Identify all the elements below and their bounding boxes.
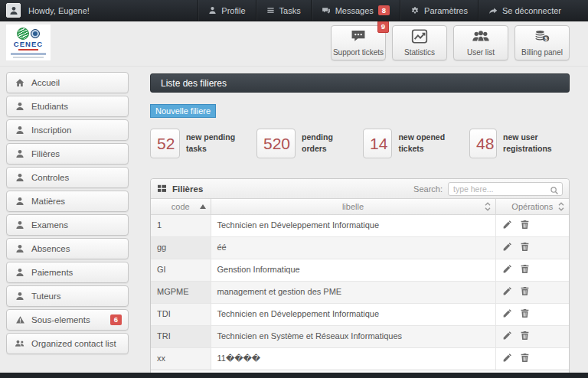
nav-item-messages[interactable]: Messages 8 <box>311 0 400 21</box>
cell-code: GI <box>151 259 211 281</box>
column-header-code[interactable]: code <box>151 199 211 214</box>
sidebar-item-organized-contact-list[interactable]: Organized contact list <box>6 333 129 354</box>
table-row: 1 Technicien en Déveleppement Informatiq… <box>151 214 569 236</box>
shortcut-label: Billing panel <box>521 48 563 57</box>
sidebar-item-sous-elements[interactable]: Sous-elements 6 <box>6 309 129 331</box>
chat-icon <box>322 6 331 15</box>
sidebar-item-absences[interactable]: Absences <box>6 238 129 259</box>
sidebar-item-label: Matières <box>31 197 65 206</box>
nav-item-profile[interactable]: Profile <box>198 0 255 21</box>
cell-code: MGPME <box>151 281 211 303</box>
nav-item-tasks[interactable]: Tasks <box>256 0 311 21</box>
sidebar-item-label: Paiements <box>31 268 73 277</box>
edit-button[interactable] <box>502 308 512 318</box>
edit-button[interactable] <box>502 286 512 296</box>
stat-label: new user registrations <box>503 129 570 158</box>
sidebar-item-inscription[interactable]: Inscription <box>6 119 129 141</box>
stat-new-pending-tasks: 52 new pending tasks <box>150 129 250 158</box>
nav-item-param-tres[interactable]: Paramètres <box>400 0 478 21</box>
logo-caption-line <box>11 53 46 55</box>
subheader: CENEC 9 Support tickets <box>0 21 588 67</box>
nav-item-se-d-connecter[interactable]: Se déconnecter <box>478 0 571 21</box>
warning-icon <box>15 315 25 324</box>
user-icon <box>15 102 24 111</box>
column-header-operations[interactable]: Opérations <box>495 199 569 214</box>
sidebar-item-controles[interactable]: Controles <box>6 167 129 188</box>
sort-both-icon <box>558 202 564 211</box>
sidebar-item-accueil[interactable]: Accueil <box>6 72 129 93</box>
table-row: xx 11���� <box>151 347 569 370</box>
avatar[interactable] <box>6 3 21 18</box>
delete-button[interactable] <box>520 242 530 252</box>
leaf-logo-icon <box>17 28 29 40</box>
user-icon <box>15 125 24 135</box>
edit-button[interactable] <box>502 220 512 230</box>
panel-title: Filières <box>172 184 203 194</box>
user-icon <box>15 244 24 253</box>
delete-button[interactable] <box>520 264 530 274</box>
table-row: gg éé <box>151 236 569 259</box>
shortcut-user-list[interactable]: User list <box>453 25 508 60</box>
sidebar-item-examens[interactable]: Examens <box>6 214 129 236</box>
table-body: 1 Technicien en Déveleppement Informatiq… <box>151 214 569 370</box>
edit-button[interactable] <box>502 264 512 274</box>
shortcut-statistics[interactable]: Statistics <box>392 25 447 60</box>
cell-code: TRI <box>151 325 211 347</box>
sidebar-item-mati-res[interactable]: Matières <box>6 191 129 212</box>
sidebar-item-fili-res[interactable]: Filières <box>6 143 129 165</box>
cell-operations <box>495 281 569 303</box>
gear-icon <box>410 6 420 15</box>
shortcut-label: Statistics <box>404 48 435 57</box>
sidebar-item-label: Organized contact list <box>31 339 116 348</box>
filieres-panel: Filières Search: code <box>150 178 570 378</box>
delete-button[interactable] <box>520 331 530 341</box>
logo-text: CENEC <box>8 41 48 48</box>
nav-item-label: Profile <box>221 6 245 15</box>
delete-button[interactable] <box>520 286 530 296</box>
new-filiere-button[interactable]: Nouvelle filiere <box>150 104 216 118</box>
trash-icon <box>520 286 530 296</box>
shortcut-billing-panel[interactable]: $ Billing panel <box>514 25 570 60</box>
stat-value: 52 <box>150 129 180 158</box>
sidebar-item-etudiants[interactable]: Etudiants <box>6 96 129 117</box>
cell-operations <box>495 347 569 370</box>
edit-button[interactable] <box>502 331 512 341</box>
footer-bar <box>0 373 588 378</box>
cell-libelle: éé <box>211 236 495 259</box>
edit-button[interactable] <box>502 242 512 252</box>
panel-header: Filières Search: <box>151 179 569 199</box>
user-icon <box>15 149 24 158</box>
search-label: Search: <box>413 184 443 194</box>
cenec-logo[interactable]: CENEC <box>6 24 51 60</box>
trash-icon <box>520 242 530 252</box>
sidebar-item-label: Inscription <box>31 125 71 135</box>
delete-button[interactable] <box>520 220 530 230</box>
column-header-libelle[interactable]: libelle <box>211 199 495 214</box>
delete-button[interactable] <box>520 308 530 318</box>
list-icon <box>266 6 275 15</box>
top-navbar: Howdy, Eugene! Profile <box>0 0 588 21</box>
shortcut-support-tickets[interactable]: 9 Support tickets <box>331 25 386 60</box>
shortcut-bar: 9 Support tickets Statistics <box>331 25 570 60</box>
table-row: TDI Technicien en Déveleppement Informat… <box>151 303 569 325</box>
sidebar-menu: Accueil Etudiants Inscription <box>6 72 129 357</box>
cell-libelle: Technicien en Déveleppement Informatique <box>211 214 495 236</box>
sort-both-icon <box>485 202 491 211</box>
sidebar-item-tuteurs[interactable]: Tuteurs <box>6 285 129 307</box>
search-icon <box>550 184 559 198</box>
user-icon <box>15 220 24 230</box>
cell-libelle: Genstion Informatique <box>211 259 495 281</box>
globe-emblem-icon <box>31 29 40 38</box>
edit-button[interactable] <box>502 353 512 363</box>
sidebar-item-paiements[interactable]: Paiements <box>6 262 129 283</box>
nav-item-label: Messages <box>335 6 374 15</box>
home-icon <box>15 78 24 87</box>
search-input[interactable] <box>448 182 563 196</box>
pencil-icon <box>502 286 512 296</box>
sidebar-item-label: Examens <box>31 220 68 230</box>
trash-icon <box>520 353 530 363</box>
navbar-menu: Profile Tasks <box>198 0 571 21</box>
users-icon <box>472 29 490 44</box>
grid-icon <box>157 184 167 193</box>
delete-button[interactable] <box>520 353 530 363</box>
